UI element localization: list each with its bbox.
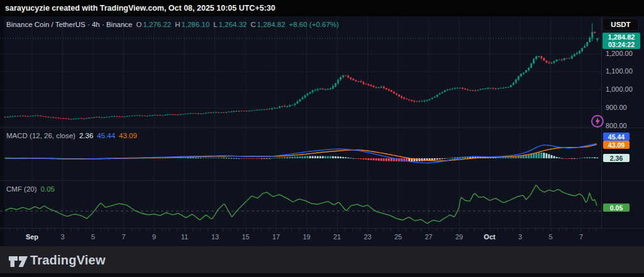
time-axis-tick	[177, 229, 177, 231]
time-axis-tick	[208, 229, 208, 231]
time-axis-tick	[307, 229, 308, 231]
time-axis-label: 19	[293, 233, 321, 241]
time-axis-tick	[9, 229, 10, 231]
time-axis-tick	[154, 229, 155, 231]
attribution-bar: sarayucyzie created with TradingView.com…	[0, 0, 644, 16]
lightning-icon	[590, 114, 605, 129]
time-axis-label: 13	[201, 233, 229, 241]
time-axis-tick	[352, 229, 353, 231]
macd-line-badge: 45.44	[603, 133, 630, 141]
price-axis-label: 1,100.00	[606, 67, 633, 75]
price-pane-chart[interactable]	[0, 16, 602, 128]
time-axis-tick	[589, 229, 589, 231]
time-axis-tick	[32, 229, 33, 231]
time-axis-tick	[215, 229, 216, 231]
time-axis-tick	[459, 229, 460, 231]
time-axis-tick	[429, 229, 430, 231]
macd-signal-badge: 43.09	[603, 141, 630, 149]
time-axis-tick	[238, 229, 238, 231]
cmf-title[interactable]: CMF (20)	[6, 185, 37, 193]
bar-countdown: 03:24:22	[608, 41, 635, 48]
time-axis-tick	[375, 229, 376, 231]
time-axis-label: 29	[445, 233, 473, 241]
macd-line-value: 45.44	[97, 132, 115, 139]
time-axis-tick	[421, 229, 421, 231]
time-axis-tick	[360, 229, 360, 231]
time-axis-tick	[566, 229, 567, 231]
price-axis-label: 800.00	[606, 122, 627, 129]
time-axis-tick	[101, 229, 101, 231]
last-price-badge: 1,284.82 03:24:22	[602, 33, 640, 49]
time-axis-label: 17	[262, 233, 290, 241]
time-axis-tick	[452, 229, 452, 231]
high-label: H	[175, 21, 180, 28]
time-axis-tick	[337, 229, 338, 231]
time-axis-tick	[291, 229, 292, 231]
time-axis-tick	[55, 229, 55, 231]
cmf-value: 0.05	[41, 185, 55, 193]
time-axis-tick	[261, 229, 262, 231]
macd-legend: MACD (12, 26, close) 2.36 45.44 43.09	[6, 132, 137, 139]
cmf-legend: CMF (20) 0.05	[6, 185, 55, 193]
time-axis-tick	[314, 229, 315, 231]
time-axis-tick	[574, 229, 574, 231]
tradingview-brand-text[interactable]: TradingView	[30, 253, 106, 268]
time-axis-label: 7	[567, 233, 595, 241]
change-value: +8.60 (+0.67%)	[289, 21, 339, 28]
time-axis-tick	[192, 229, 193, 231]
time-axis-tick	[444, 229, 445, 231]
time-axis-tick	[269, 229, 269, 231]
time-axis-tick	[543, 229, 543, 231]
time-axis-tick	[185, 229, 186, 231]
time-axis-tick	[467, 229, 467, 231]
time-axis-tick	[47, 229, 48, 231]
time-axis-tick	[322, 229, 323, 231]
attribution-text: sarayucyzie created with TradingView.com…	[5, 4, 275, 13]
open-label: O	[136, 21, 142, 28]
time-axis-label: 3	[49, 233, 77, 241]
time-axis-tick	[558, 229, 559, 231]
time-axis-tick	[482, 229, 482, 231]
boost-button[interactable]	[590, 114, 605, 129]
time-axis-label: Oct	[476, 233, 504, 241]
cmf-pane-chart[interactable]	[0, 181, 602, 227]
close-label: C	[250, 21, 255, 28]
low-value: 1,264.32	[219, 21, 247, 28]
time-axis-tick	[93, 229, 94, 231]
price-axis-label: 900.00	[606, 104, 627, 111]
time-axis-tick	[169, 229, 170, 231]
macd-hist-value: 2.36	[79, 132, 93, 139]
tradingview-logo-icon[interactable]	[8, 254, 30, 269]
time-axis-tick	[535, 229, 536, 231]
time-axis-tick	[528, 229, 528, 231]
time-axis-tick	[25, 229, 25, 231]
time-axis-label: 5	[537, 233, 565, 241]
time-axis-label: 15	[232, 233, 260, 241]
time-axis-tick	[124, 229, 125, 231]
low-label: L	[213, 21, 217, 28]
footer-bottom-strip	[0, 273, 644, 277]
time-axis-tick	[551, 229, 552, 231]
time-axis-tick	[505, 229, 506, 231]
time-axis-tick	[40, 229, 40, 231]
time-axis-tick	[497, 229, 498, 231]
time-axis-tick	[398, 229, 399, 231]
macd-title[interactable]: MACD (12, 26, close)	[6, 132, 75, 139]
time-axis-tick	[147, 229, 147, 231]
time-axis-tick	[299, 229, 299, 231]
time-axis-tick	[86, 229, 86, 231]
time-axis-tick	[406, 229, 406, 231]
time-axis-label: 21	[323, 233, 351, 241]
high-value: 1,286.10	[182, 21, 210, 28]
time-axis-tick	[108, 229, 109, 231]
time-axis-tick	[70, 229, 71, 231]
symbol-title[interactable]: Binance Coin / TetherUS · 4h · Binance	[6, 21, 133, 28]
time-axis-tick	[513, 229, 513, 231]
time-axis-tick	[246, 229, 247, 231]
time-axis-tick	[230, 229, 231, 231]
close-value: 1,284.82	[257, 21, 286, 28]
time-axis-label: 27	[415, 233, 443, 241]
open-value: 1,276.22	[143, 21, 171, 28]
currency-toggle-button[interactable]: USDT	[602, 18, 639, 31]
tradingview-chart-widget: sarayucyzie created with TradingView.com…	[0, 0, 644, 277]
